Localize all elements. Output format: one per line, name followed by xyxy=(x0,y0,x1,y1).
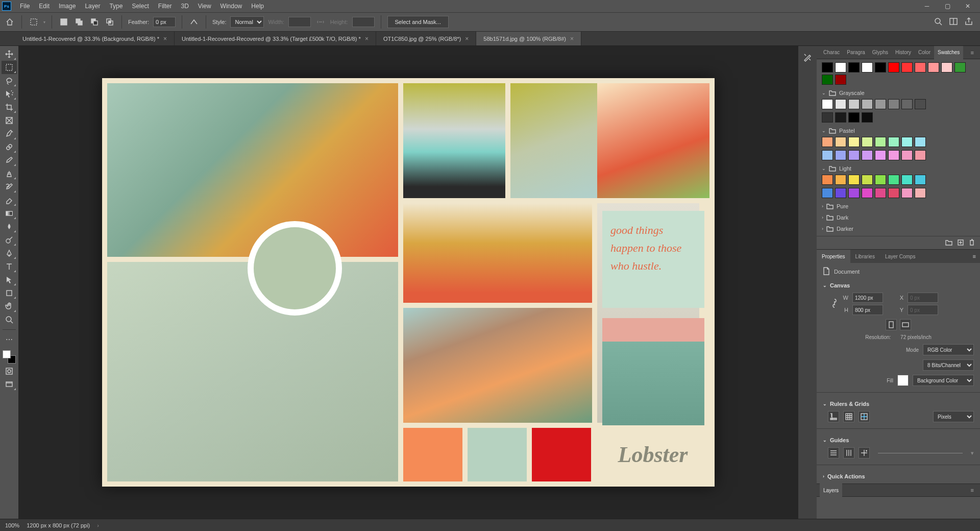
clone-tool-icon[interactable] xyxy=(2,167,17,180)
zoom-tool-icon[interactable] xyxy=(2,313,17,326)
menu-layer[interactable]: Layer xyxy=(80,1,105,12)
pen-tool-icon[interactable] xyxy=(2,247,17,260)
eyedropper-tool-icon[interactable] xyxy=(2,127,17,140)
path-select-tool-icon[interactable] xyxy=(2,273,17,286)
swatch[interactable] xyxy=(848,188,860,198)
menu-image[interactable]: Image xyxy=(54,1,80,12)
grid-icon[interactable] xyxy=(843,411,854,422)
swatch[interactable] xyxy=(862,99,873,109)
close-icon[interactable]: × xyxy=(465,35,469,42)
menu-edit[interactable]: Edit xyxy=(34,1,54,12)
canvas-width-input[interactable] xyxy=(852,293,883,303)
swatch[interactable] xyxy=(822,75,833,85)
swatch[interactable] xyxy=(822,175,833,185)
swatch[interactable] xyxy=(822,62,833,73)
dodge-tool-icon[interactable] xyxy=(2,233,17,247)
lasso-tool-icon[interactable] xyxy=(2,74,17,87)
panel-tab-charac[interactable]: Charac xyxy=(820,46,843,59)
gradient-tool-icon[interactable] xyxy=(2,207,17,220)
swatch[interactable] xyxy=(888,150,899,160)
panel-menu-icon[interactable]: ≡ xyxy=(968,50,977,56)
swatch[interactable] xyxy=(915,188,926,198)
swatch[interactable] xyxy=(835,99,846,109)
menu-3d[interactable]: 3D xyxy=(176,1,193,12)
eraser-tool-icon[interactable] xyxy=(2,194,17,207)
orientation-portrait-icon[interactable] xyxy=(886,319,897,330)
canvas-height-input[interactable] xyxy=(852,305,883,315)
document-tab[interactable]: Untitled-1-Recovered-Recovered @ 33.3% (… xyxy=(175,32,376,45)
guide-horizontal-icon[interactable] xyxy=(828,447,839,458)
marquee-tool-icon[interactable] xyxy=(28,16,39,28)
swatch[interactable] xyxy=(822,188,833,198)
history-brush-tool-icon[interactable] xyxy=(2,180,17,194)
menu-view[interactable]: View xyxy=(193,1,216,12)
panel-tab-color[interactable]: Color xyxy=(915,46,934,59)
swatch[interactable] xyxy=(848,137,860,147)
antialias-icon[interactable] xyxy=(188,16,200,28)
select-and-mask-button[interactable]: Select and Mask... xyxy=(387,16,449,28)
edit-toolbar-icon[interactable]: ⋯ xyxy=(2,333,17,346)
swatch[interactable] xyxy=(901,188,913,198)
swatch[interactable] xyxy=(901,137,913,147)
swatch[interactable] xyxy=(822,99,833,109)
guides-icon[interactable] xyxy=(859,411,870,422)
swatch[interactable] xyxy=(875,137,886,147)
swatch[interactable] xyxy=(928,62,939,73)
brush-tool-icon[interactable] xyxy=(2,154,17,167)
swatch[interactable] xyxy=(888,62,899,73)
new-swatch-icon[interactable] xyxy=(958,239,964,247)
feather-input[interactable] xyxy=(153,17,176,27)
panel-tab-libraries[interactable]: Libraries xyxy=(850,250,880,263)
layers-tab[interactable]: Layers xyxy=(820,484,842,497)
quick-mask-icon[interactable] xyxy=(2,365,17,378)
hand-tool-icon[interactable] xyxy=(2,300,17,313)
guide-add-icon[interactable] xyxy=(859,447,870,458)
menu-filter[interactable]: Filter xyxy=(154,1,177,12)
healing-tool-icon[interactable] xyxy=(2,140,17,154)
swatch[interactable] xyxy=(822,150,833,160)
screen-mode-icon[interactable] xyxy=(2,378,17,391)
selection-subtract-icon[interactable] xyxy=(89,16,100,28)
trash-icon[interactable] xyxy=(969,239,975,247)
marquee-tool-icon[interactable] xyxy=(2,61,17,74)
chevron-right-icon[interactable]: › xyxy=(97,522,99,528)
foreground-background-colors[interactable] xyxy=(2,349,17,365)
arrange-docs-icon[interactable] xyxy=(949,17,958,27)
swatch[interactable] xyxy=(848,150,860,160)
guides-section-header[interactable]: ⌄Guides xyxy=(823,437,974,443)
brush-settings-icon[interactable] xyxy=(800,50,815,64)
rulers-unit-select[interactable]: Pixels xyxy=(933,411,974,422)
fill-select[interactable]: Background Color xyxy=(913,375,974,386)
panel-tab-history[interactable]: History xyxy=(892,46,915,59)
swatch[interactable] xyxy=(862,62,873,73)
bit-depth-select[interactable]: 8 Bits/Channel xyxy=(923,359,974,371)
layers-panel-header[interactable]: Layers ≡ xyxy=(817,484,980,497)
selection-new-icon[interactable] xyxy=(58,16,69,28)
swatch[interactable] xyxy=(848,99,860,109)
swatch[interactable] xyxy=(941,62,952,73)
swatch[interactable] xyxy=(875,62,886,73)
swatch[interactable] xyxy=(822,137,833,147)
swatch[interactable] xyxy=(822,112,833,123)
swatch[interactable] xyxy=(862,188,873,198)
search-icon[interactable] xyxy=(934,17,942,27)
swatch[interactable] xyxy=(862,112,873,123)
swatch[interactable] xyxy=(915,175,926,185)
swatch[interactable] xyxy=(875,175,886,185)
swatch-folder[interactable]: ›Pure xyxy=(822,203,975,209)
swatch-folder[interactable]: ›Dark xyxy=(822,214,975,221)
swatch[interactable] xyxy=(875,150,886,160)
swatch[interactable] xyxy=(875,99,886,109)
panel-tab-swatches[interactable]: Swatches xyxy=(934,46,963,59)
swatch[interactable] xyxy=(915,137,926,147)
share-icon[interactable] xyxy=(965,17,973,27)
quick-actions-header[interactable]: ›Quick Actions xyxy=(823,473,974,479)
rulers-icon[interactable] xyxy=(828,411,839,422)
canvas-area[interactable]: Lobster good things happen to those who … xyxy=(18,46,798,519)
swatch[interactable] xyxy=(862,137,873,147)
swatch-folder[interactable]: ⌄Pastel xyxy=(822,128,975,134)
selection-intersect-icon[interactable] xyxy=(104,16,115,28)
close-icon[interactable]: × xyxy=(163,35,167,42)
type-tool-icon[interactable] xyxy=(2,260,17,273)
menu-file[interactable]: File xyxy=(15,1,34,12)
